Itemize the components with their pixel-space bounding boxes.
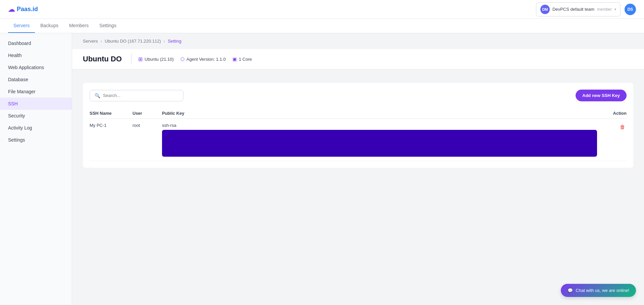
action-bar: 🔍 Add new SSH Key — [90, 90, 627, 101]
sidebar-label-file-manager: File Manager — [8, 89, 36, 94]
main-area: Servers › Ubuntu DO (167.71.220.112) › S… — [72, 33, 644, 305]
sidebar-label-dashboard: Dashboard — [8, 41, 31, 46]
delete-ssh-key-button[interactable]: 🗑 — [619, 123, 627, 132]
server-info-bar: Ubuntu DO ⊞ Ubuntu (21.10) ⬡ Agent Versi… — [72, 49, 644, 69]
chat-widget[interactable]: 💬 Chat with us, we are online! — [561, 284, 636, 297]
server-divider — [131, 54, 131, 64]
sidebar-label-database: Database — [8, 77, 28, 82]
logo-text: Paas.id — [17, 6, 38, 13]
tab-backups[interactable]: Backups — [35, 19, 64, 33]
content-area: 🔍 Add new SSH Key SSH Name User Public K… — [72, 69, 644, 174]
cell-action: 🗑 — [600, 123, 627, 132]
server-agent: Agent Version: 1.1.0 — [186, 57, 226, 62]
server-title: Ubuntu DO — [83, 55, 122, 63]
table-row: My PC-1 root ssh-rsa 🗑 — [90, 119, 627, 161]
server-meta-core: ▣ 1 Core — [232, 56, 252, 62]
server-os: Ubuntu (21.10) — [145, 57, 174, 62]
breadcrumb-servers[interactable]: Servers — [83, 39, 98, 44]
breadcrumb-sep-1: › — [101, 39, 102, 44]
chat-icon: 💬 — [568, 288, 573, 293]
team-name: DevPCS default team — [552, 7, 594, 12]
layers-icon: ⊞ — [138, 56, 143, 62]
cell-public-key: ssh-rsa — [162, 123, 597, 157]
sidebar-item-ssh[interactable]: SSH — [0, 98, 72, 110]
tab-servers[interactable]: Servers — [8, 19, 35, 33]
cell-ssh-name: My PC-1 — [90, 123, 130, 128]
search-box: 🔍 — [90, 90, 183, 101]
agent-icon: ⬡ — [180, 56, 184, 62]
tab-settings[interactable]: Settings — [94, 19, 122, 33]
sidebar-item-security[interactable]: Security — [0, 110, 72, 122]
sidebar-label-security: Security — [8, 113, 25, 118]
sidebar-label-ssh: SSH — [8, 101, 18, 106]
cpu-icon: ▣ — [232, 56, 237, 62]
team-avatar: DM — [540, 5, 550, 14]
sidebar-label-activity-log: Activity Log — [8, 125, 32, 131]
user-avatar[interactable]: DS — [625, 4, 636, 15]
logo: ☁ Paas.id — [8, 5, 38, 13]
key-block — [162, 130, 597, 157]
col-header-public-key: Public Key — [162, 111, 597, 116]
team-selector[interactable]: DM DevPCS default team member ▾ — [536, 2, 621, 16]
server-meta-agent: ⬡ Agent Version: 1.1.0 — [180, 56, 226, 62]
sidebar-label-settings: Settings — [8, 137, 25, 143]
team-role: member — [597, 7, 612, 12]
table-header: SSH Name User Public Key Action — [90, 108, 627, 119]
server-cores: 1 Core — [239, 57, 252, 62]
sidebar-item-database[interactable]: Database — [0, 73, 72, 86]
navbar: ☁ Paas.id DM DevPCS default team member … — [0, 0, 644, 19]
ssh-card: 🔍 Add new SSH Key SSH Name User Public K… — [83, 83, 633, 168]
layout: Dashboard Health Web Applications Databa… — [0, 33, 644, 305]
breadcrumb-sep-2: › — [164, 39, 165, 44]
key-prefix: ssh-rsa — [162, 123, 597, 128]
breadcrumb-current: Setting — [168, 39, 181, 44]
server-meta-os: ⊞ Ubuntu (21.10) — [138, 56, 174, 62]
sidebar-item-health[interactable]: Health — [0, 49, 72, 61]
col-header-ssh-name: SSH Name — [90, 111, 130, 116]
sidebar-item-file-manager[interactable]: File Manager — [0, 86, 72, 98]
sidebar-label-health: Health — [8, 53, 21, 58]
chat-label: Chat with us, we are online! — [576, 288, 629, 293]
nav-tabs: Servers Backups Members Settings — [0, 19, 644, 33]
cell-user: root — [132, 123, 159, 128]
sidebar-item-settings[interactable]: Settings — [0, 134, 72, 146]
sidebar-item-dashboard[interactable]: Dashboard — [0, 37, 72, 49]
col-header-action: Action — [600, 111, 627, 116]
col-header-user: User — [132, 111, 159, 116]
search-icon: 🔍 — [95, 93, 100, 98]
add-ssh-key-button[interactable]: Add new SSH Key — [576, 90, 627, 101]
cloud-icon: ☁ — [8, 5, 15, 13]
breadcrumb-server[interactable]: Ubuntu DO (167.71.220.112) — [105, 39, 161, 44]
navbar-right: DM DevPCS default team member ▾ DS — [536, 2, 636, 16]
chevron-down-icon: ▾ — [614, 7, 616, 11]
sidebar-item-activity-log[interactable]: Activity Log — [0, 122, 72, 134]
search-input[interactable] — [103, 93, 178, 98]
sidebar: Dashboard Health Web Applications Databa… — [0, 33, 72, 305]
sidebar-label-web-applications: Web Applications — [8, 65, 44, 70]
breadcrumb: Servers › Ubuntu DO (167.71.220.112) › S… — [83, 39, 633, 44]
breadcrumb-wrapper: Servers › Ubuntu DO (167.71.220.112) › S… — [72, 33, 644, 44]
sidebar-item-web-applications[interactable]: Web Applications — [0, 61, 72, 73]
tab-members[interactable]: Members — [64, 19, 94, 33]
